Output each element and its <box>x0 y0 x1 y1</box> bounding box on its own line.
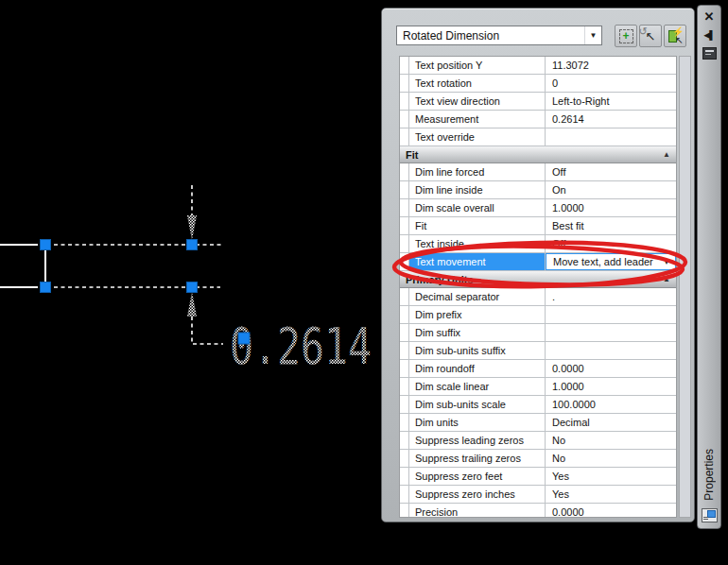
auto-hide-icon[interactable]: ◀▌ <box>703 30 714 40</box>
row-dim-roundoff[interactable]: Dim roundoff 0.0000 <box>400 360 676 378</box>
property-value[interactable]: 0.0000 <box>546 360 676 377</box>
property-label: Text rotation <box>409 75 546 92</box>
dimension-text[interactable]: 0.2614 <box>230 317 372 376</box>
row-dim-scale-overall[interactable]: Dim scale overall 1.0000 <box>400 199 676 217</box>
property-label: Text view direction <box>409 93 546 110</box>
property-value[interactable]: Best fit <box>546 217 676 234</box>
leader-line <box>192 317 223 344</box>
property-label: Text position Y <box>409 57 546 74</box>
properties-menu-icon[interactable] <box>702 47 717 60</box>
row-dim-line-inside[interactable]: Dim line inside On <box>400 181 676 199</box>
row-dim-prefix[interactable]: Dim prefix <box>400 306 676 324</box>
property-value[interactable]: Off <box>546 163 676 180</box>
grid-scrollbar[interactable] <box>679 56 691 518</box>
property-value[interactable]: 11.3072 <box>546 57 676 74</box>
property-value[interactable]: Left-to-Right <box>546 93 676 110</box>
grip-text[interactable] <box>238 333 250 344</box>
grip-bottom-left[interactable] <box>41 282 51 293</box>
property-value[interactable]: . <box>546 288 676 305</box>
close-icon[interactable]: ✕ <box>704 10 715 24</box>
property-value[interactable]: 100.0000 <box>546 396 676 413</box>
property-label: Dim roundoff <box>409 360 546 377</box>
property-value[interactable]: Yes <box>546 468 676 485</box>
grip-bottom-right[interactable] <box>187 282 198 293</box>
property-value[interactable]: Yes <box>546 486 676 503</box>
property-value[interactable]: No <box>546 450 676 467</box>
row-dim-units[interactable]: Dim units Decimal <box>400 414 676 432</box>
property-value[interactable] <box>546 324 676 341</box>
palette-toolbar: + ↖ ⚡↖ <box>615 25 686 47</box>
pickadd-plus-icon: + <box>619 29 633 43</box>
chevron-down-icon[interactable]: ▼ <box>584 26 601 44</box>
row-text-view-direction[interactable]: Text view direction Left-to-Right <box>400 93 676 111</box>
palette-title: Properties <box>702 449 716 501</box>
property-label: Suppress leading zeros <box>409 432 546 449</box>
property-label: Suppress zero feet <box>409 468 546 485</box>
property-label: Dim sub-units scale <box>409 396 546 413</box>
property-label: Dim scale overall <box>409 199 546 216</box>
quick-select-icon: ⚡↖ <box>668 29 682 43</box>
property-label: Dim sub-units suffix <box>409 342 546 359</box>
row-dim-sub-units-suffix[interactable]: Dim sub-units suffix <box>400 342 676 360</box>
palette-titlebar: ✕ ◀▌ Properties <box>697 5 721 529</box>
property-value[interactable]: Decimal <box>546 414 676 431</box>
property-value[interactable]: 0.0000 <box>546 504 676 518</box>
arrowhead-bottom <box>187 292 197 317</box>
row-precision-partial[interactable]: Precision 0.0000 <box>400 504 676 518</box>
row-fit[interactable]: Fit Best fit <box>400 217 676 235</box>
property-value[interactable]: On <box>546 181 676 198</box>
row-suppress-zero-feet[interactable]: Suppress zero feet Yes <box>400 468 676 486</box>
property-label: Suppress trailing zeros <box>409 450 546 467</box>
section-header-fit[interactable]: Fit ▲ <box>400 146 676 163</box>
row-text-override[interactable]: Text override <box>400 128 676 146</box>
property-label: Dim line forced <box>409 163 546 180</box>
property-label: Text movement <box>409 253 546 270</box>
row-decimal-separator[interactable]: Decimal separator . <box>400 288 676 306</box>
property-label: Dim suffix <box>409 324 546 341</box>
row-text-inside[interactable]: Text inside Off <box>400 235 676 253</box>
property-label: Precision <box>409 504 546 518</box>
row-measurement[interactable]: Measurement 0.2614 <box>400 111 676 128</box>
toggle-pickadd-button[interactable]: + <box>615 25 637 47</box>
row-text-movement-selected[interactable]: Text movement Move text, add leader ▼ <box>400 253 676 271</box>
row-dim-sub-units-scale[interactable]: Dim sub-units scale 100.0000 <box>400 396 676 414</box>
property-label: Dim line inside <box>409 181 546 198</box>
property-value[interactable] <box>546 128 676 146</box>
property-label: Decimal separator <box>409 288 546 305</box>
property-value[interactable]: 0.2614 <box>546 111 676 128</box>
object-type-dropdown[interactable]: Rotated Dimension ▼ <box>396 26 602 45</box>
property-label: Dim prefix <box>409 306 546 323</box>
object-type-value: Rotated Dimension <box>397 29 584 43</box>
row-suppress-zero-inches[interactable]: Suppress zero inches Yes <box>400 486 676 504</box>
property-value[interactable] <box>546 342 676 359</box>
row-text-rotation[interactable]: Text rotation 0 <box>400 75 676 93</box>
property-value[interactable]: 1.0000 <box>546 378 676 395</box>
row-text-position-y[interactable]: Text position Y 11.3072 <box>400 57 676 75</box>
select-objects-button[interactable]: ↖ <box>639 25 662 47</box>
grip-top-left[interactable] <box>41 240 51 250</box>
property-value[interactable]: 1.0000 <box>546 199 676 216</box>
property-label: Dim units <box>409 414 546 431</box>
collapse-arrow-icon[interactable]: ▲ <box>663 275 670 283</box>
row-suppress-trailing-zeros[interactable]: Suppress trailing zeros No <box>400 450 676 468</box>
section-header-primary-units[interactable]: Primary Units ▲ <box>400 271 676 288</box>
quick-select-button[interactable]: ⚡↖ <box>664 25 686 47</box>
row-dim-scale-linear[interactable]: Dim scale linear 1.0000 <box>400 378 676 396</box>
property-value[interactable]: Off <box>546 235 676 252</box>
row-suppress-leading-zeros[interactable]: Suppress leading zeros No <box>400 432 676 450</box>
property-label: Suppress zero inches <box>409 486 546 503</box>
row-dim-suffix[interactable]: Dim suffix <box>400 324 676 342</box>
row-dim-line-forced[interactable]: Dim line forced Off <box>400 163 676 181</box>
property-value[interactable] <box>546 306 676 323</box>
select-cursor-icon: ↖ <box>646 29 656 43</box>
palette-window-icon <box>702 508 718 522</box>
arrowhead-top <box>187 215 197 240</box>
text-movement-dropdown[interactable]: Move text, add leader ▼ <box>546 253 676 270</box>
property-value[interactable]: No <box>546 432 676 449</box>
property-value[interactable]: 0 <box>546 75 676 92</box>
property-label: Text inside <box>409 235 546 252</box>
grip-top-right[interactable] <box>187 240 198 250</box>
property-label: Fit <box>409 217 546 234</box>
chevron-down-icon[interactable]: ▼ <box>663 256 675 266</box>
collapse-arrow-icon[interactable]: ▲ <box>663 150 670 159</box>
